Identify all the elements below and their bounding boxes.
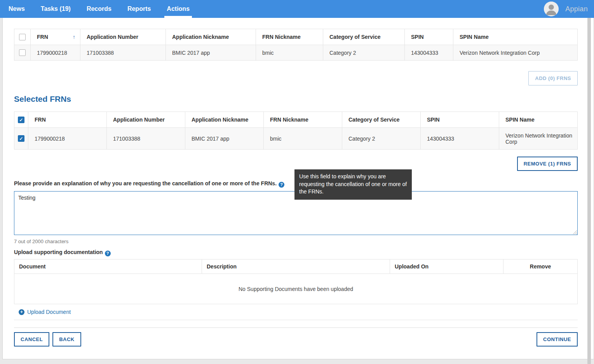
row-checkbox[interactable] xyxy=(19,49,26,56)
column-header-frn[interactable]: FRN ↑ xyxy=(31,29,80,45)
column-header-label: FRN xyxy=(37,34,48,40)
column-header-remove: Remove xyxy=(503,260,578,274)
column-header-frn[interactable]: FRN xyxy=(28,112,107,128)
back-button[interactable]: BACK xyxy=(52,332,81,347)
add-frns-button[interactable]: ADD (0) FRNS xyxy=(528,71,578,85)
user-avatar[interactable] xyxy=(544,2,559,16)
column-header-spin-name[interactable]: SPIN Name xyxy=(499,112,578,128)
table-row: ✓ 1799000218 171003388 BMIC 2017 app bmi… xyxy=(14,128,578,150)
vertical-scrollbar[interactable] xyxy=(587,18,591,364)
help-icon[interactable]: ? xyxy=(279,182,284,188)
column-header-application-nickname[interactable]: Application Nickname xyxy=(185,112,264,128)
nav-tab-actions[interactable]: Actions xyxy=(165,0,191,18)
cell-spin-name: Verizon Network Integration Corp xyxy=(453,45,578,61)
upload-document-link[interactable]: + Upload Document xyxy=(14,304,578,320)
cell-category-of-service: Category 2 xyxy=(342,128,421,150)
sort-ascending-icon[interactable]: ↑ xyxy=(73,34,75,40)
row-checkbox[interactable]: ✓ xyxy=(18,135,24,142)
nav-right-section: Appian xyxy=(544,0,588,18)
column-header-description: Description xyxy=(202,260,390,274)
nav-tab-tasks[interactable]: Tasks (19) xyxy=(39,0,72,18)
plus-circle-icon: + xyxy=(19,309,24,315)
upload-documentation-label: Upload supporting documentation? xyxy=(14,249,578,256)
cell-spin-name: Verizon Network Integration Corp xyxy=(499,128,578,150)
column-header-frn-nickname[interactable]: FRN Nickname xyxy=(264,112,342,128)
table-header-row: Document Description Uploaded On Remove xyxy=(14,260,578,274)
footer-divider xyxy=(14,327,578,328)
select-all-checkbox[interactable]: ✓ xyxy=(18,117,24,123)
column-header-application-number[interactable]: Application Number xyxy=(107,112,185,128)
documents-table: Document Description Uploaded On Remove … xyxy=(14,259,578,304)
column-header-spin[interactable]: SPIN xyxy=(405,29,453,45)
explanation-label-text: Please provide an explanation of why you… xyxy=(14,180,277,186)
column-header-category-of-service[interactable]: Category of Service xyxy=(323,29,405,45)
footer-button-bar: CANCEL BACK CONTINUE xyxy=(14,332,578,347)
cell-application-nickname: BMIC 2017 app xyxy=(185,128,264,150)
upload-document-label: Upload Document xyxy=(27,309,71,315)
selected-frns-heading: Selected FRNs xyxy=(14,94,578,104)
cell-frn: 1799000218 xyxy=(28,128,107,150)
empty-state-message: No Supporting Documents have been upload… xyxy=(14,274,578,304)
column-header-document: Document xyxy=(14,260,202,274)
selected-frns-table: ✓ FRN Application Number Application Nic… xyxy=(14,111,578,150)
column-header-category-of-service[interactable]: Category of Service xyxy=(342,112,421,128)
top-navbar: News Tasks (19) Records Reports Actions … xyxy=(0,0,594,18)
cell-frn-nickname: bmic xyxy=(264,128,342,150)
cell-category-of-service: Category 2 xyxy=(323,45,405,61)
upload-documentation-label-text: Upload supporting documentation xyxy=(14,249,103,255)
table-header-row: ✓ FRN Application Number Application Nic… xyxy=(14,112,578,128)
column-header-frn-nickname[interactable]: FRN Nickname xyxy=(256,29,323,45)
nav-tabs: News Tasks (19) Records Reports Actions xyxy=(0,0,594,18)
cell-application-number: 171003388 xyxy=(80,45,166,61)
explanation-tooltip: Use this field to explain why you are re… xyxy=(294,169,412,200)
nav-tab-news[interactable]: News xyxy=(7,0,26,18)
continue-button[interactable]: CONTINUE xyxy=(537,332,578,347)
column-header-application-number[interactable]: Application Number xyxy=(80,29,166,45)
person-silhouette-icon xyxy=(544,2,559,16)
character-counter: 7 out of 2000 characters xyxy=(14,239,578,244)
cell-application-number: 171003388 xyxy=(107,128,185,150)
available-frns-table: FRN ↑ Application Number Application Nic… xyxy=(14,29,578,61)
nav-tab-reports[interactable]: Reports xyxy=(126,0,152,18)
table-row: 1799000218 171003388 BMIC 2017 app bmic … xyxy=(14,45,578,61)
column-header-application-nickname[interactable]: Application Nickname xyxy=(166,29,256,45)
table-header-row: FRN ↑ Application Number Application Nic… xyxy=(14,29,578,45)
cell-application-nickname: BMIC 2017 app xyxy=(166,45,256,61)
appian-logo: Appian xyxy=(565,5,588,13)
nav-tab-records[interactable]: Records xyxy=(85,0,113,18)
cell-frn-nickname: bmic xyxy=(256,45,323,61)
empty-state-row: No Supporting Documents have been upload… xyxy=(14,274,578,304)
remove-frns-button[interactable]: REMOVE (1) FRNS xyxy=(517,157,578,171)
column-header-spin-name[interactable]: SPIN Name xyxy=(453,29,578,45)
cancel-button[interactable]: CANCEL xyxy=(14,332,49,347)
cell-spin: 143004333 xyxy=(405,45,453,61)
column-header-spin[interactable]: SPIN xyxy=(421,112,499,128)
cell-spin: 143004333 xyxy=(421,128,499,150)
column-header-uploaded-on: Uploaded On xyxy=(390,260,503,274)
select-all-checkbox[interactable] xyxy=(19,34,26,40)
cell-frn: 1799000218 xyxy=(31,45,80,61)
help-icon[interactable]: ? xyxy=(105,251,111,256)
